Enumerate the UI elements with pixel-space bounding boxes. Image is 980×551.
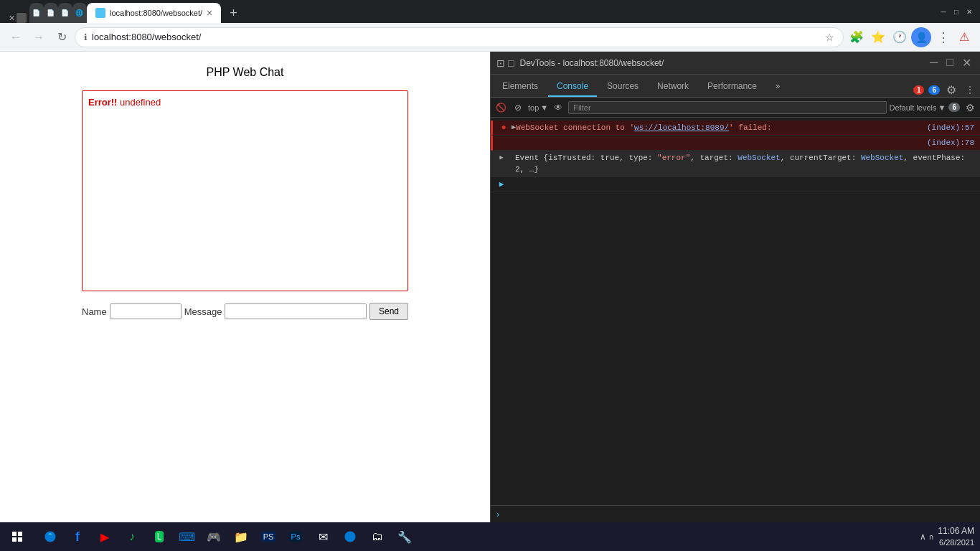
taskbar-app-edge[interactable]: [37, 524, 63, 550]
extensions-button[interactable]: 🧩: [847, 27, 867, 47]
websocket-url-link[interactable]: ws://localhost:8089/: [634, 123, 729, 132]
devtools-restore-button[interactable]: □: [943, 55, 956, 71]
tab-network[interactable]: Network: [649, 77, 697, 97]
error-line-link-1[interactable]: (index):57: [927, 122, 974, 133]
error-text-1: WebSocket connection to 'ws://localhost:…: [516, 122, 927, 133]
eye-icon[interactable]: 👁: [551, 100, 565, 115]
tab-sources[interactable]: Sources: [598, 77, 647, 97]
event-expand-icon[interactable]: ▶: [496, 152, 507, 164]
taskbar-app-youtube[interactable]: ▶: [92, 524, 118, 550]
bookmark-button[interactable]: ⭐: [868, 27, 888, 47]
context-selector[interactable]: top ▼: [528, 103, 548, 112]
taskbar-app-edge2[interactable]: [337, 524, 363, 550]
system-clock[interactable]: 11:06 AM 6/28/2021: [938, 525, 974, 548]
tab-elements[interactable]: Elements: [494, 77, 547, 97]
console-toolbar: 🚫 ⊘ top ▼ 👁 Default levels ▼ 6 ⚙: [491, 98, 980, 118]
back-button[interactable]: ←: [6, 27, 26, 47]
console-input-line: ▶: [491, 177, 980, 192]
active-browser-tab[interactable]: localhost:8080/websocket/ ×: [87, 3, 221, 23]
taskbar-app-filezilla[interactable]: 📁: [228, 524, 254, 550]
console-filter-input[interactable]: [568, 101, 886, 114]
title-bar: ✕ 📄 📄 📄 🌐 localhost:8080/websocket/ ×: [0, 0, 980, 23]
devtools-title-bar: ⊡ □ DevTools - localhost:8080/websocket/…: [491, 52, 980, 75]
tab-more[interactable]: »: [767, 77, 789, 97]
warning-icon: ⚠: [959, 30, 969, 44]
browser-toolbar: ← → ↻ ℹ localhost:8080/websocket/ ☆ 🧩 ⭐ …: [0, 23, 980, 52]
taskbar-app-powershell[interactable]: PS: [255, 524, 281, 550]
browser-tab-small4: 🌐: [72, 3, 87, 23]
console-settings-button[interactable]: ⚙: [963, 100, 977, 115]
taskbar-app-spotify[interactable]: ♪: [119, 524, 145, 550]
lock-icon: ℹ: [84, 32, 88, 42]
chat-input-row: Name Message Send: [82, 303, 408, 320]
chevron-down-icon: ▼: [540, 103, 548, 112]
start-button[interactable]: [6, 525, 29, 548]
menu-icon: ⋮: [937, 29, 949, 45]
history-icon: 🕐: [892, 30, 907, 44]
taskbar-app-windows-explorer[interactable]: 🗂: [364, 524, 390, 550]
new-tab-button[interactable]: +: [221, 3, 244, 23]
tab-favicon: [95, 8, 105, 18]
error-display: Error!! undefined: [88, 97, 402, 108]
taskbar-app-facebook[interactable]: f: [65, 524, 90, 550]
warning-count-badge: 6: [928, 85, 940, 95]
back-icon: ←: [10, 31, 22, 44]
devtools-undock-icon[interactable]: □: [508, 57, 514, 69]
console-output: ● ▶ WebSocket connection to 'ws://localh…: [491, 118, 980, 505]
taskbar-app-line[interactable]: L: [146, 524, 172, 550]
page-title: PHP Web Chat: [207, 66, 284, 79]
console-clear-button[interactable]: 🚫: [494, 100, 508, 115]
prompt-chevron-icon: ›: [496, 509, 499, 519]
browser-window: ✕ 📄 📄 📄 🌐 localhost:8080/websocket/ ×: [0, 0, 980, 551]
restore-button[interactable]: □: [951, 6, 961, 17]
forward-button[interactable]: →: [29, 27, 49, 47]
devtools-close-button[interactable]: ✕: [959, 55, 974, 71]
devtools-minimize-button[interactable]: ─: [927, 55, 941, 71]
reload-button[interactable]: ↻: [52, 27, 72, 47]
clock-date: 6/28/2021: [938, 537, 974, 548]
send-button[interactable]: Send: [369, 303, 408, 320]
history-button[interactable]: 🕐: [890, 27, 910, 47]
devtools-top-icons: ⊡ □: [496, 57, 514, 69]
window-controls: ─ □ ✕: [938, 6, 974, 17]
prompt-arrow-icon: ▶: [496, 179, 507, 190]
forward-icon: →: [33, 31, 44, 44]
taskbar-app-photoshop[interactable]: Ps: [283, 524, 308, 550]
console-pause-button[interactable]: ⊘: [511, 100, 525, 115]
keyboard-icon: ก: [929, 532, 933, 542]
error-label: Error!!: [88, 97, 117, 108]
devtools-more-button[interactable]: ⋮: [963, 83, 977, 97]
tab-bar: ✕ 📄 📄 📄 🌐 localhost:8080/websocket/ ×: [6, 0, 936, 23]
toolbar-right: 🧩 ⭐ 🕐 👤 ⋮ ⚠: [847, 27, 974, 47]
devtools-title: DevTools - localhost:8080/websocket/: [519, 58, 921, 68]
taskbar: f ▶ ♪ L ⌨ 🎮 📁 PS Ps: [0, 522, 980, 551]
devtools-dock-icon[interactable]: ⊡: [496, 57, 505, 69]
message-input[interactable]: [225, 303, 367, 319]
tab-title: localhost:8080/websocket/: [110, 9, 202, 17]
menu-button[interactable]: ⋮: [933, 27, 953, 47]
taskbar-app-game[interactable]: 🎮: [201, 524, 227, 550]
address-bar[interactable]: ℹ localhost:8080/websocket/ ☆: [75, 27, 844, 47]
devtools-right-badges: 1 6 ⚙ ⋮: [913, 83, 977, 97]
star-icon: ☆: [825, 32, 834, 43]
minimize-button[interactable]: ─: [938, 6, 948, 17]
error-count-badge: 1: [913, 85, 925, 95]
name-input[interactable]: [110, 303, 182, 319]
taskbar-app-tools[interactable]: 🔧: [392, 524, 418, 550]
tab-performance[interactable]: Performance: [699, 77, 765, 97]
tab-close-button[interactable]: ×: [207, 7, 212, 19]
console-entry-error-1: ● ▶ WebSocket connection to 'ws://localh…: [491, 121, 980, 136]
profile-button[interactable]: 👤: [911, 27, 931, 47]
devtools-settings-button[interactable]: ⚙: [944, 83, 958, 97]
console-prompt-input[interactable]: [502, 509, 974, 519]
console-entry-error-2: (index):78: [491, 136, 980, 151]
puzzle-icon: 🧩: [849, 30, 864, 44]
error-line-link-2[interactable]: (index):78: [927, 137, 974, 149]
close-button[interactable]: ✕: [964, 6, 974, 17]
taskbar-app-vscode[interactable]: ⌨: [174, 524, 199, 550]
taskbar-app-mail[interactable]: ✉: [310, 524, 336, 550]
new-tab-icon: +: [230, 6, 237, 21]
log-levels-selector[interactable]: Default levels ▼: [890, 103, 946, 112]
console-entry-event: ▶ Event {isTrusted: true, type: "error",…: [491, 151, 980, 177]
tab-console[interactable]: Console: [548, 77, 597, 97]
